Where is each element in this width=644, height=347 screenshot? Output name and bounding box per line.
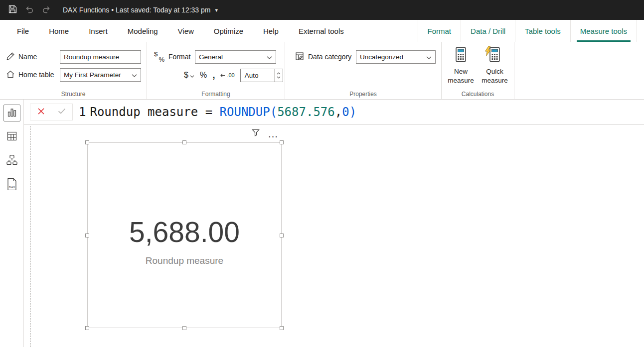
measure-name-input[interactable]: [60, 50, 141, 64]
chevron-down-icon: [267, 53, 272, 61]
data-category-label: Data category: [295, 52, 356, 62]
dollar-icon: $: [184, 71, 188, 80]
chevron-down-icon: [190, 71, 194, 80]
rename-icon: [6, 52, 15, 62]
chevron-down-icon: [426, 53, 432, 61]
name-field-label: Name: [6, 52, 60, 62]
redo-button[interactable]: [38, 2, 55, 17]
more-options-icon[interactable]: …: [268, 131, 278, 137]
chevron-up-icon: [277, 72, 281, 75]
dax-formula[interactable]: Roundup measure = ROUNDUP(5687.576,0): [90, 105, 356, 119]
formula-bar[interactable]: 1 Roundup measure = ROUNDUP(5687.576,0): [24, 100, 644, 124]
ribbon-empty-area: [514, 42, 644, 99]
cancel-formula-button[interactable]: [30, 104, 51, 120]
formatting-group-label: Formatting: [147, 91, 285, 98]
tab-measure-tools[interactable]: Measure tools: [570, 20, 637, 42]
formula-comma: ,: [335, 105, 342, 119]
card-visual[interactable]: … 5,688.00 Roundup measure: [87, 142, 282, 328]
card-label: Roundup measure: [88, 255, 281, 266]
data-view-button[interactable]: [3, 128, 20, 145]
currency-format-button[interactable]: $: [184, 71, 194, 80]
tab-file[interactable]: File: [7, 20, 39, 42]
tab-modeling[interactable]: Modeling: [118, 20, 168, 42]
save-button[interactable]: [4, 2, 21, 17]
comma-icon: ,: [212, 72, 215, 79]
work-main: 1 Roundup measure = ROUNDUP(5687.576,0) …: [24, 100, 644, 347]
ribbon-tab-bar: File Home Insert Modeling View Optimize …: [0, 20, 644, 42]
dax-query-icon: DAX: [6, 178, 17, 192]
resize-handle-top-left[interactable]: [85, 140, 89, 144]
tab-optimize[interactable]: Optimize: [204, 20, 253, 42]
document-title[interactable]: DAX Functions • Last saved: Today at 12:…: [63, 6, 218, 14]
ribbon-group-properties: Data category Uncategorized Properties: [285, 42, 442, 99]
decimal-places-icon: .00: [227, 72, 234, 78]
bar-chart-icon: [7, 108, 17, 119]
data-category-dropdown[interactable]: Uncategorized: [356, 50, 436, 64]
decimal-arrow-icon: [220, 71, 225, 80]
tab-help[interactable]: Help: [253, 20, 289, 42]
decimal-places-button[interactable]: .00: [220, 71, 234, 80]
data-category-icon: [295, 52, 304, 62]
dax-query-view-button[interactable]: DAX: [3, 176, 20, 193]
decimal-places-spinner[interactable]: Auto: [240, 69, 283, 82]
formula-open-paren: (: [270, 105, 277, 119]
tab-table-tools[interactable]: Table tools: [515, 20, 570, 42]
redo-icon: [41, 4, 51, 16]
model-view-button[interactable]: [3, 152, 20, 169]
filter-icon[interactable]: [252, 129, 260, 138]
undo-button[interactable]: [21, 2, 38, 17]
chevron-down-icon: [132, 71, 137, 79]
new-measure-button[interactable]: New measure: [445, 47, 477, 85]
tab-data-drill[interactable]: Data / Drill: [461, 20, 515, 42]
document-title-text: DAX Functions • Last saved: Today at 12:…: [63, 6, 210, 14]
report-canvas[interactable]: … 5,688.00 Roundup measure: [24, 124, 644, 347]
tab-view[interactable]: View: [168, 20, 204, 42]
page-edge-guide: [30, 126, 31, 347]
spinner-arrows[interactable]: [274, 69, 283, 82]
structure-group-label: Structure: [0, 91, 147, 98]
properties-group-label: Properties: [285, 91, 441, 98]
view-sidebar: DAX: [0, 100, 24, 347]
formula-equals: =: [198, 105, 219, 119]
calculator-icon: [454, 47, 468, 64]
tab-insert[interactable]: Insert: [79, 20, 118, 42]
commit-formula-button[interactable]: [51, 104, 72, 120]
title-bar: DAX Functions • Last saved: Today at 12:…: [0, 0, 644, 20]
report-view-button[interactable]: [3, 105, 20, 121]
percent-icon: %: [200, 71, 207, 80]
resize-handle-top-middle[interactable]: [182, 140, 186, 144]
tab-home[interactable]: Home: [39, 20, 79, 42]
tab-external-tools[interactable]: External tools: [289, 20, 354, 42]
powerbi-window: DAX Functions • Last saved: Today at 12:…: [0, 0, 644, 347]
formula-actions: [30, 104, 73, 120]
close-icon: [37, 108, 45, 116]
quick-measure-button[interactable]: Quick measure: [479, 47, 511, 85]
resize-handle-top-right[interactable]: [280, 140, 284, 144]
card-value: 5,688.00: [88, 216, 281, 248]
formula-close-paren: ): [349, 105, 356, 119]
thousands-separator-button[interactable]: ,: [212, 72, 215, 79]
save-icon: [8, 4, 17, 15]
formula-number-arg: 5687.576: [277, 105, 335, 119]
workspace: DAX 1: [0, 100, 644, 347]
table-icon: [7, 131, 17, 142]
percent-format-button[interactable]: %: [200, 71, 207, 80]
quick-measure-icon: [488, 47, 501, 64]
resize-handle-bottom-middle[interactable]: [182, 326, 186, 330]
resize-handle-bottom-right[interactable]: [280, 326, 284, 330]
ribbon-group-structure: Name Home table My First Parameter Struc…: [0, 42, 147, 99]
dax-badge: DAX: [8, 185, 14, 188]
home-icon: [6, 70, 15, 80]
format-field-label: $% Format: [154, 52, 195, 62]
visual-hover-toolbar: …: [252, 129, 278, 138]
resize-handle-bottom-left[interactable]: [85, 326, 89, 330]
formula-measure-name: Roundup measure: [90, 105, 198, 119]
tab-format[interactable]: Format: [418, 20, 461, 42]
format-icon: $%: [154, 52, 165, 62]
title-caret-icon: ▾: [215, 7, 218, 13]
formula-line-number: 1: [79, 105, 86, 119]
model-icon: [6, 155, 17, 167]
format-dropdown[interactable]: General: [195, 50, 276, 64]
home-table-dropdown[interactable]: My First Parameter: [60, 68, 141, 82]
calculations-group-label: Calculations: [442, 91, 514, 98]
